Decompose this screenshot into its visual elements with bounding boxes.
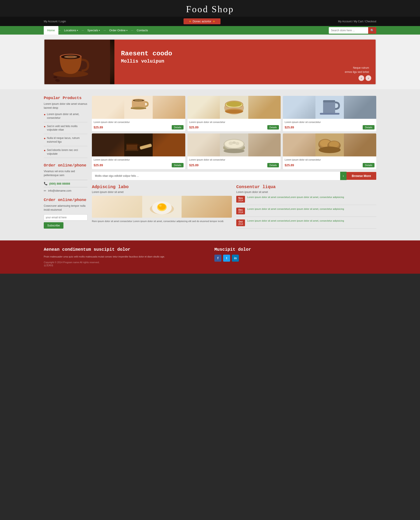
nav-sep-4: — <box>131 29 133 31</box>
sidebar-item-2: ● Sed in velit sed felis mollis vulputat… <box>44 124 88 134</box>
details-btn-2[interactable]: Details <box>267 125 279 129</box>
nav-item-home[interactable]: Home <box>44 26 58 35</box>
hero-next-btn[interactable]: › <box>366 75 371 81</box>
details-btn-6[interactable]: Details <box>363 163 375 167</box>
blog-year-1: 2014 <box>238 199 244 202</box>
browse-more-button[interactable]: Browse More <box>346 172 376 180</box>
sidebar-order-desc: Vivamus vel eros nulla sed pellentesque … <box>44 169 88 177</box>
product-desc-4: Lorem ipsum dolor sit consectetur <box>94 158 184 161</box>
svg-point-59 <box>158 204 166 210</box>
hero-section: Raesent coodo Mollis voluipun Neque rutr… <box>0 35 420 89</box>
blog-post-link-2[interactable]: Lorem ipsum dolor sit amet consecteturLo… <box>247 208 344 210</box>
account-cart-link[interactable]: My Account / My Cart / Checkout <box>338 20 376 23</box>
nav-sep-1: — <box>58 29 60 31</box>
sidebar-popular-title: Popular Products <box>44 96 88 100</box>
bullet-icon-2: ● <box>44 125 45 128</box>
blog-post-link-1[interactable]: Lorem ipsum dolor sit amet consecteturLo… <box>247 196 344 198</box>
nav-item-locations[interactable]: Locations ▾ <box>60 26 82 35</box>
footer-social: f t in <box>214 255 376 262</box>
hero-banner: Raesent coodo Mollis voluipun Neque rutr… <box>44 39 376 85</box>
product-card-6: Lorem ipsum dolor sit consectetur $25.89… <box>283 133 376 169</box>
hero-title2: Mollis voluipun <box>121 59 369 64</box>
coffee-visual <box>45 39 114 85</box>
sidebar-item-4: ● Sed lobortis lorem nec orci vulputate <box>44 148 88 158</box>
sidebar-order-title: Order online/phone <box>44 163 88 168</box>
blog-left-image <box>92 196 232 218</box>
svg-point-53 <box>329 141 339 147</box>
sidebar-divider-1 <box>44 180 88 180</box>
svg-rect-31 <box>320 113 339 115</box>
blog-year-2: 2014 <box>238 211 244 213</box>
product-image-5 <box>188 133 281 156</box>
phone-icon: 📞 <box>44 182 47 185</box>
sidebar-phone: 📞 (000) 888 88888 <box>44 182 88 185</box>
svg-point-44 <box>232 141 236 144</box>
svg-point-43 <box>229 142 233 145</box>
account-login-link[interactable]: My Account / Login <box>44 20 66 23</box>
browse-bar-text: Mollis vitae oigu edlobit vulipur felis … <box>92 172 340 180</box>
svg-rect-19 <box>131 108 146 109</box>
subscribe-button[interactable]: Subscribe <box>44 222 63 229</box>
product-card-3: Lorem ipsum dolor sit consectetur $25.89… <box>283 96 376 131</box>
footer-copyright: Copyright © 2014 Program name All rights… <box>44 261 206 264</box>
sidebar-email-row: ✏ info@sitename.com <box>44 189 88 193</box>
blog-date-2: Dec 2014 <box>236 208 245 214</box>
center-btn-label: Donec actortor <box>193 20 211 23</box>
product-price-5: $25.89 <box>189 163 199 167</box>
sidebar-crder-title: Crder online/phone <box>44 198 88 202</box>
blog-post-link-3[interactable]: Lorem ipsum dolor sit amet consecteturLo… <box>247 219 344 222</box>
nav-sep-2: — <box>82 29 84 31</box>
bullet-icon-3: ● <box>44 136 45 140</box>
product-info-3: Lorem ipsum dolor sit consectetur $25.89… <box>283 119 376 131</box>
blog-year-3: 2014 <box>238 223 244 225</box>
blog-date-3: Oct 2014 <box>236 219 245 226</box>
linkedin-icon[interactable]: in <box>232 255 239 262</box>
details-btn-3[interactable]: Details <box>363 125 375 129</box>
blog-right-title: Consentur liqua <box>236 184 376 189</box>
product-footer-1: $25.89 Details <box>94 125 184 129</box>
product-info-6: Lorem ipsum dolor sit consectetur $25.89… <box>283 156 376 169</box>
star-right-icon: ★ <box>213 20 215 23</box>
blog-post-1: Nov 2014 Lorem ipsum dolor sit amet cons… <box>236 196 376 205</box>
blog-left-body: Rem ipsum dolor sit amet consectetur Lor… <box>92 219 232 223</box>
footer-right-title: Muscipit dolor <box>214 247 376 252</box>
product-image-3 <box>283 96 376 119</box>
product-footer-3: $25.89 Details <box>285 125 375 129</box>
blog-month-2: Dec <box>238 209 244 211</box>
chevron-down-icon-1: ▾ <box>77 29 78 31</box>
hero-prev-btn[interactable]: ‹ <box>359 75 364 81</box>
top-bar-center-btn[interactable]: ★ Donec actortor ★ <box>184 18 220 24</box>
search-input[interactable] <box>329 28 368 33</box>
product-footer-4: $25.89 Details <box>94 163 184 167</box>
nav-item-contacts[interactable]: Contacts <box>133 26 151 35</box>
nav-item-specials[interactable]: Specials ▾ <box>84 26 104 35</box>
top-bar-right: My Account / My Cart / Checkout <box>338 20 376 23</box>
svg-point-60 <box>159 204 162 207</box>
blog-post-3: Oct 2014 Lorem ipsum dolor sit amet cons… <box>236 219 376 229</box>
footer: Aenean condimentum suscipit dolor Proin … <box>0 241 420 274</box>
details-btn-1[interactable]: Details <box>172 125 184 129</box>
mug-svg <box>315 96 344 119</box>
product-info-1: Lorem ipsum dolor sit consectetur $25.89… <box>92 119 185 131</box>
svg-rect-35 <box>125 150 138 151</box>
twitter-icon[interactable]: t <box>223 255 230 262</box>
product-card-1: Lorem ipsum dolor sit consectetur $25.89… <box>92 96 185 131</box>
top-bar: My Account / Login ★ Donec actortor ★ My… <box>0 17 420 26</box>
hero-text: Raesent coodo Mollis voluipun Neque rutr… <box>114 45 375 79</box>
footer-left: Aenean condimentum suscipit dolor Proin … <box>44 247 206 267</box>
search-button[interactable]: 🔍 <box>368 27 376 34</box>
hero-title1: Raesent coodo <box>121 50 369 58</box>
blog-left-subtitle: Lorem ipsum dolor sit amet <box>92 190 232 194</box>
blog-month-3: Oct <box>238 220 244 223</box>
svg-point-27 <box>225 110 243 113</box>
product-footer-5: $25.89 Details <box>189 163 279 167</box>
facebook-icon[interactable]: f <box>214 255 221 262</box>
site-header: Food Shop <box>0 0 420 17</box>
details-btn-5[interactable]: Details <box>267 163 279 167</box>
email-input[interactable] <box>44 214 88 220</box>
nav-item-order[interactable]: Order Online ▾ <box>106 26 131 35</box>
details-btn-4[interactable]: Details <box>172 163 184 167</box>
sidebar-item-text-4: Sed lobortis lorem nec orci vulputate <box>47 148 88 156</box>
product-card-4: Lorem ipsum dolor sit consectetur $25.89… <box>92 133 185 169</box>
soup-svg <box>220 133 248 156</box>
